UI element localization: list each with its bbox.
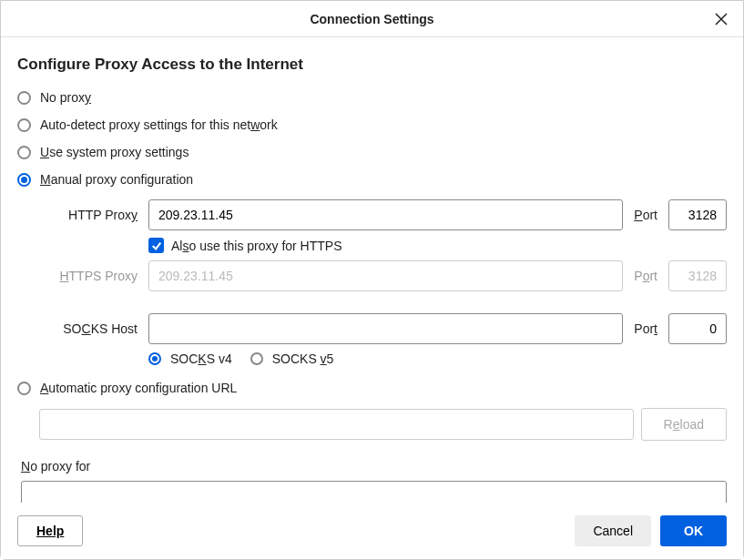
radio-auto-config[interactable]: Automatic proxy configuration URL <box>17 381 727 395</box>
close-icon <box>715 13 728 25</box>
http-proxy-label: HTTP Proxy <box>39 208 141 222</box>
radio-manual[interactable]: Manual proxy configuration <box>17 172 727 187</box>
socks-host-input[interactable] <box>148 313 623 344</box>
cancel-button[interactable]: Cancel <box>575 515 651 546</box>
button-bar: Help Cancel OK <box>1 503 743 559</box>
dialog-title: Connection Settings <box>310 12 433 26</box>
http-port-input[interactable] <box>668 199 727 230</box>
socks-port-input[interactable] <box>668 313 727 344</box>
connection-settings-dialog: Connection Settings Configure Proxy Acce… <box>0 0 744 560</box>
radio-label: SOCKS v5 <box>272 351 334 366</box>
radio-auto-detect[interactable]: Auto-detect proxy settings for this netw… <box>17 117 727 132</box>
http-proxy-input[interactable] <box>148 199 623 230</box>
radio-icon <box>17 91 31 105</box>
radio-label: Manual proxy configuration <box>40 172 193 187</box>
no-proxy-for-input[interactable] <box>21 481 727 503</box>
https-port-label: Port <box>630 269 661 283</box>
https-proxy-input <box>148 260 623 291</box>
https-proxy-label: HTTPS Proxy <box>39 269 141 283</box>
reload-button: Reload <box>641 408 727 441</box>
title-bar: Connection Settings <box>1 1 743 37</box>
radio-label: SOCKS v4 <box>170 351 232 366</box>
radio-icon <box>148 352 161 365</box>
close-button[interactable] <box>710 8 732 30</box>
radio-label: No proxy <box>40 90 91 105</box>
radio-label: Auto-detect proxy settings for this netw… <box>40 117 278 132</box>
radio-socks-v5[interactable]: SOCKS v5 <box>250 351 334 366</box>
https-port-input <box>668 260 727 291</box>
help-button[interactable]: Help <box>17 515 83 546</box>
radio-socks-v4[interactable]: SOCKS v4 <box>148 351 232 366</box>
socks-version-row: SOCKS v4 SOCKS v5 <box>148 351 727 366</box>
socks-host-label: SOCKS Host <box>39 321 141 336</box>
also-use-label: Also use this proxy for HTTPS <box>171 239 342 253</box>
also-use-https-row[interactable]: Also use this proxy for HTTPS <box>148 238 727 253</box>
pac-url-input <box>39 409 634 440</box>
radio-use-system[interactable]: Use system proxy settings <box>17 145 727 159</box>
radio-icon <box>17 118 31 132</box>
manual-proxy-fields: HTTP Proxy Port Also use this proxy for … <box>39 199 727 366</box>
no-proxy-for-label: No proxy for <box>21 459 727 473</box>
radio-icon <box>250 352 263 365</box>
ok-button[interactable]: OK <box>660 515 727 546</box>
radio-icon <box>17 146 31 159</box>
http-port-label: Port <box>630 208 661 222</box>
pac-row: Reload <box>39 408 727 441</box>
radio-label: Automatic proxy configuration URL <box>40 381 237 395</box>
dialog-content: Configure Proxy Access to the Internet N… <box>1 37 743 503</box>
checkbox-icon <box>148 238 164 253</box>
radio-label: Use system proxy settings <box>40 145 189 159</box>
section-heading: Configure Proxy Access to the Internet <box>17 56 727 74</box>
socks-port-label: Port <box>630 321 661 336</box>
radio-icon <box>17 382 31 395</box>
radio-icon <box>17 173 31 187</box>
radio-no-proxy[interactable]: No proxy <box>17 90 727 105</box>
